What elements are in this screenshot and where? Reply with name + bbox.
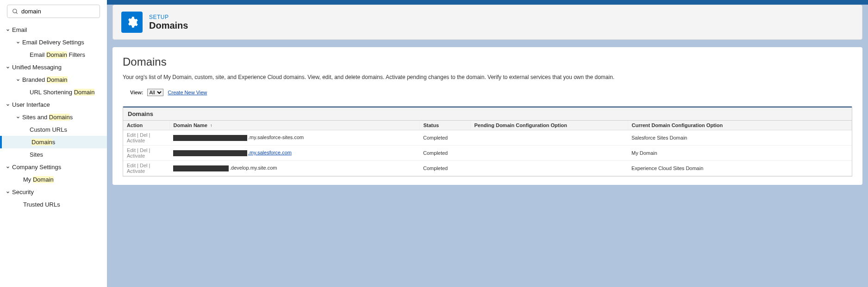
setup-label: SETUP bbox=[149, 14, 188, 20]
del-action[interactable]: Del bbox=[140, 132, 148, 138]
page-heading: Domains bbox=[123, 55, 852, 68]
status-cell: Completed bbox=[419, 130, 470, 146]
domain-suffix: .develop.my.site.com bbox=[230, 165, 277, 171]
tree-item-label: Branded Domain bbox=[22, 76, 68, 83]
sort-asc-icon: ↑ bbox=[210, 123, 212, 128]
domain-name-cell: .my.salesforce.com bbox=[169, 146, 419, 161]
gear-icon bbox=[125, 16, 138, 29]
edit-action[interactable]: Edit bbox=[127, 163, 136, 168]
status-cell: Completed bbox=[419, 161, 470, 176]
table-header-row: Action Domain Name↑ Status Pending Domai… bbox=[123, 121, 852, 130]
content-panel: Domains Your org's list of My Domain, cu… bbox=[112, 47, 862, 185]
col-pending[interactable]: Pending Domain Configuration Option bbox=[470, 121, 628, 130]
view-select[interactable]: All bbox=[147, 89, 163, 96]
current-cell: Salesforce Sites Domain bbox=[628, 130, 852, 146]
pending-cell bbox=[470, 130, 628, 146]
svg-line-1 bbox=[16, 12, 18, 13]
activate-action[interactable]: Activate bbox=[127, 168, 145, 174]
create-new-view-link[interactable]: Create New View bbox=[168, 90, 207, 95]
main-area: SETUP Domains Domains Your org's list of… bbox=[107, 0, 868, 287]
activate-action[interactable]: Activate bbox=[127, 138, 145, 143]
row-actions: Edit | Del | Activate bbox=[123, 161, 169, 176]
chevron-down-icon bbox=[14, 78, 22, 82]
current-cell: Experience Cloud Sites Domain bbox=[628, 161, 852, 176]
gear-icon-box bbox=[121, 12, 143, 33]
row-actions: Edit | Del | Activate bbox=[123, 130, 169, 146]
table-row: Edit | Del | Activate.develop.my.site.co… bbox=[123, 161, 852, 176]
del-action[interactable]: Del bbox=[140, 163, 148, 168]
tree-item[interactable]: Email Delivery Settings bbox=[0, 36, 107, 49]
table-row: Edit | Del | Activate.my.salesforce.comC… bbox=[123, 146, 852, 161]
tree-item-label: Domains bbox=[31, 139, 55, 146]
redacted-text bbox=[173, 150, 247, 156]
tree-item[interactable]: Email Domain Filters bbox=[0, 49, 107, 61]
tree-item-label: Sites bbox=[30, 151, 43, 158]
chevron-down-icon bbox=[14, 115, 22, 120]
tree-item-label: Company Settings bbox=[12, 164, 61, 171]
tree-item[interactable]: Unified Messaging bbox=[0, 61, 107, 73]
tree-item-label: URL Shortening Domain bbox=[30, 89, 94, 96]
tree-item[interactable]: Branded Domain bbox=[0, 73, 107, 86]
tree-item-label: Custom URLs bbox=[30, 126, 67, 133]
setup-sidebar: EmailEmail Delivery SettingsEmail Domain… bbox=[0, 0, 107, 287]
current-cell: My Domain bbox=[628, 146, 852, 161]
tree-item[interactable]: Custom URLs bbox=[0, 123, 107, 136]
tree-item-label: Email bbox=[12, 26, 27, 33]
chevron-down-icon bbox=[4, 165, 12, 170]
tree-item-label: User Interface bbox=[12, 101, 50, 108]
tree-item-label: Security bbox=[12, 189, 34, 195]
view-label: View: bbox=[130, 90, 144, 95]
quick-find-box[interactable] bbox=[7, 5, 100, 18]
tree-item[interactable]: My Domain bbox=[0, 173, 107, 186]
del-action[interactable]: Del bbox=[140, 147, 148, 153]
col-action[interactable]: Action bbox=[123, 121, 169, 130]
chevron-down-icon bbox=[4, 65, 12, 70]
tree-item[interactable]: Trusted URLs bbox=[0, 198, 107, 211]
chevron-down-icon bbox=[4, 28, 12, 32]
col-status[interactable]: Status bbox=[419, 121, 470, 130]
pending-cell bbox=[470, 161, 628, 176]
tree-item-label: Unified Messaging bbox=[12, 64, 62, 71]
domains-table-title: Domains bbox=[123, 108, 852, 121]
tree-item[interactable]: Sites bbox=[0, 148, 107, 161]
quick-find-input[interactable] bbox=[21, 8, 95, 15]
row-actions: Edit | Del | Activate bbox=[123, 146, 169, 161]
chevron-down-icon bbox=[4, 190, 12, 195]
tree-item[interactable]: Company Settings bbox=[0, 161, 107, 173]
tree-item-label: Email Domain Filters bbox=[30, 51, 85, 58]
page-header: SETUP Domains bbox=[112, 5, 862, 40]
tree-item-selected[interactable]: Domains bbox=[0, 136, 107, 148]
tree-item-label: Sites and Domains bbox=[22, 114, 73, 121]
domain-name-cell: .develop.my.site.com bbox=[169, 161, 419, 176]
col-current[interactable]: Current Domain Configuration Option bbox=[628, 121, 852, 130]
domains-table-section: Domains Action Domain Name↑ Status Pendi… bbox=[123, 106, 852, 177]
page-description: Your org's list of My Domain, custom, si… bbox=[123, 74, 852, 80]
tree-item[interactable]: User Interface bbox=[0, 98, 107, 111]
redacted-text bbox=[173, 135, 247, 141]
top-blue-strip bbox=[107, 0, 868, 5]
tree-item[interactable]: Security bbox=[0, 186, 107, 198]
tree-item-label: Trusted URLs bbox=[23, 201, 60, 208]
domain-suffix: .my.salesforce-sites.com bbox=[248, 134, 304, 140]
view-selector-row: View: All Create New View bbox=[130, 89, 852, 96]
edit-action[interactable]: Edit bbox=[127, 132, 136, 138]
chevron-down-icon bbox=[14, 40, 22, 45]
svg-point-0 bbox=[13, 9, 17, 12]
status-cell: Completed bbox=[419, 146, 470, 161]
tree-item-label: Email Delivery Settings bbox=[22, 39, 84, 46]
search-icon bbox=[12, 8, 19, 15]
setup-tree: EmailEmail Delivery SettingsEmail Domain… bbox=[0, 24, 107, 211]
tree-item[interactable]: URL Shortening Domain bbox=[0, 86, 107, 98]
tree-item[interactable]: Sites and Domains bbox=[0, 111, 107, 123]
pending-cell bbox=[470, 146, 628, 161]
domain-link[interactable]: .my.salesforce.com bbox=[248, 150, 292, 155]
redacted-text bbox=[173, 165, 229, 171]
domain-name-cell: .my.salesforce-sites.com bbox=[169, 130, 419, 146]
col-domain-name[interactable]: Domain Name↑ bbox=[169, 121, 419, 130]
page-title: Domains bbox=[149, 20, 188, 31]
tree-item-label: My Domain bbox=[23, 176, 54, 183]
edit-action[interactable]: Edit bbox=[127, 147, 136, 153]
domains-table: Action Domain Name↑ Status Pending Domai… bbox=[123, 121, 852, 176]
activate-action[interactable]: Activate bbox=[127, 153, 145, 159]
tree-item[interactable]: Email bbox=[0, 24, 107, 36]
